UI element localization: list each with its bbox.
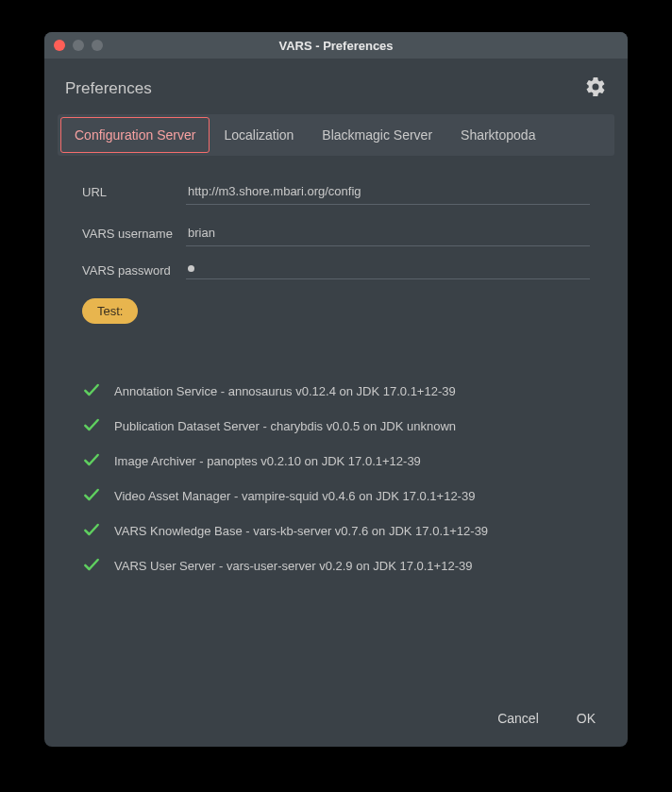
- username-row: VARS username: [82, 220, 590, 246]
- window-controls: [54, 40, 103, 51]
- status-text: Publication Dataset Server - charybdis v…: [114, 419, 456, 433]
- check-icon: [82, 450, 101, 472]
- password-label: VARS password: [82, 263, 186, 278]
- check-icon: [82, 485, 101, 507]
- page-title: Preferences: [65, 79, 152, 98]
- status-row: VARS Knowledge Base - vars-kb-server v0.…: [82, 520, 590, 542]
- status-text: VARS User Server - vars-user-server v0.2…: [114, 559, 472, 573]
- check-icon: [82, 555, 101, 577]
- tab-configuration-server[interactable]: Configuration Server: [60, 117, 210, 153]
- titlebar: VARS - Preferences: [44, 32, 628, 59]
- header: Preferences: [44, 59, 628, 114]
- tabs: Configuration Server Localization Blackm…: [58, 114, 614, 156]
- status-text: Image Archiver - panoptes v0.2.10 on JDK…: [114, 454, 421, 468]
- gear-icon[interactable]: [584, 76, 607, 101]
- window-title: VARS - Preferences: [44, 39, 628, 53]
- minimize-button[interactable]: [73, 40, 84, 51]
- footer: Cancel OK: [44, 690, 628, 747]
- url-input[interactable]: [186, 178, 590, 205]
- password-dot: [188, 265, 194, 272]
- status-text: Annotation Service - annosaurus v0.12.4 …: [114, 384, 456, 398]
- check-icon: [82, 520, 101, 542]
- status-row: Annotation Service - annosaurus v0.12.4 …: [82, 380, 590, 402]
- maximize-button[interactable]: [92, 40, 103, 51]
- status-row: Publication Dataset Server - charybdis v…: [82, 415, 590, 437]
- status-text: VARS Knowledge Base - vars-kb-server v0.…: [114, 524, 488, 538]
- status-text: Video Asset Manager - vampire-squid v0.4…: [114, 489, 475, 503]
- preferences-window: VARS - Preferences Preferences Configura…: [44, 32, 628, 747]
- status-list: Annotation Service - annosaurus v0.12.4 …: [82, 380, 590, 577]
- url-label: URL: [82, 185, 186, 199]
- content: URL VARS username VARS password Test: An…: [44, 156, 628, 690]
- password-row: VARS password: [82, 261, 590, 279]
- tab-sharktopoda[interactable]: Sharktopoda: [446, 117, 549, 153]
- password-input[interactable]: [186, 261, 590, 279]
- status-row: VARS User Server - vars-user-server v0.2…: [82, 555, 590, 577]
- check-icon: [82, 415, 101, 437]
- status-row: Video Asset Manager - vampire-squid v0.4…: [82, 485, 590, 507]
- close-button[interactable]: [54, 40, 65, 51]
- cancel-button[interactable]: Cancel: [497, 711, 539, 726]
- tab-localization[interactable]: Localization: [210, 117, 308, 153]
- tabs-container: Configuration Server Localization Blackm…: [44, 114, 628, 156]
- url-row: URL: [82, 178, 590, 205]
- ok-button[interactable]: OK: [577, 711, 596, 726]
- tab-blackmagic-server[interactable]: Blackmagic Server: [308, 117, 446, 153]
- status-row: Image Archiver - panoptes v0.2.10 on JDK…: [82, 450, 590, 472]
- username-input[interactable]: [186, 220, 590, 246]
- username-label: VARS username: [82, 227, 186, 241]
- check-icon: [82, 380, 101, 402]
- test-button[interactable]: Test:: [82, 298, 138, 324]
